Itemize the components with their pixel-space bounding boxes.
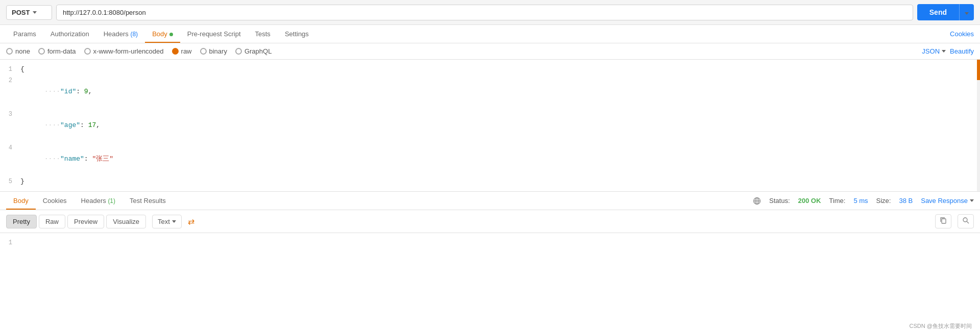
- resp-tab-test-results[interactable]: Test Results: [122, 192, 173, 210]
- globe-icon: [753, 197, 761, 205]
- tab-tests[interactable]: Tests: [248, 25, 278, 43]
- status-label: Status:: [769, 197, 790, 205]
- option-raw[interactable]: raw: [172, 47, 192, 55]
- cookies-link[interactable]: Cookies: [950, 30, 974, 38]
- tab-authorization[interactable]: Authorization: [43, 25, 96, 43]
- resp-line-num-1: 1: [0, 237, 20, 248]
- radio-graphql-icon: [235, 48, 242, 55]
- body-dot-icon: [169, 33, 173, 36]
- option-none[interactable]: none: [6, 47, 30, 55]
- top-bar: POST Send: [0, 0, 980, 25]
- resp-tab-headers[interactable]: Headers (1): [74, 192, 122, 210]
- status-value: 200 OK: [798, 197, 821, 205]
- option-form-data[interactable]: form-data: [38, 47, 76, 55]
- format-pretty-button[interactable]: Pretty: [6, 215, 37, 228]
- tab-body[interactable]: Body: [145, 25, 180, 43]
- resp-tab-body[interactable]: Body: [6, 192, 36, 210]
- scrollbar-thumb: [977, 60, 980, 80]
- search-response-button[interactable]: [958, 214, 974, 228]
- copy-icon: [940, 217, 947, 224]
- tab-headers[interactable]: Headers (8): [96, 25, 145, 43]
- tab-params[interactable]: Params: [6, 25, 43, 43]
- request-tabs-row: Params Authorization Headers (8) Body Pr…: [0, 25, 980, 43]
- radio-raw-icon: [172, 48, 179, 55]
- tabs-right: Cookies: [950, 30, 974, 38]
- option-raw-label: raw: [181, 47, 192, 55]
- option-none-label: none: [15, 47, 30, 55]
- line-content-5: }: [20, 176, 24, 187]
- editor-scrollbar[interactable]: [977, 60, 980, 191]
- svg-line-6: [967, 221, 969, 223]
- size-value: 38 B: [899, 197, 913, 205]
- time-value: 5 ms: [853, 197, 868, 205]
- option-form-data-label: form-data: [47, 47, 76, 55]
- line-content-3: ····"age": 17,: [20, 109, 100, 142]
- line-num-2: 2: [0, 75, 20, 86]
- send-dropdown-button[interactable]: [959, 4, 974, 20]
- format-visualize-button[interactable]: Visualize: [106, 215, 146, 228]
- line-num-5: 5: [0, 176, 20, 187]
- svg-point-5: [963, 218, 967, 222]
- body-options-row: none form-data x-www-form-urlencoded raw…: [0, 43, 980, 60]
- option-url-encoded[interactable]: x-www-form-urlencoded: [84, 47, 164, 55]
- editor-line-3: 3 ····"age": 17,: [0, 109, 980, 142]
- save-response-button[interactable]: Save Response: [921, 197, 974, 205]
- option-url-encoded-label: x-www-form-urlencoded: [93, 47, 164, 55]
- editor-line-4: 4 ····"name": "张三": [0, 142, 980, 176]
- text-format-chevron-icon: [172, 220, 176, 223]
- copy-response-button[interactable]: [935, 214, 951, 228]
- footer-text: CSDN @鱼技水需要时间: [910, 323, 972, 329]
- resp-line-1: 1: [0, 237, 980, 248]
- option-graphql-label: GraphQL: [244, 47, 272, 55]
- method-text: POST: [12, 9, 30, 16]
- option-graphql[interactable]: GraphQL: [235, 47, 272, 55]
- tab-prerequest[interactable]: Pre-request Script: [180, 25, 248, 43]
- editor-line-5: 5 }: [0, 176, 980, 187]
- line-num-4: 4: [0, 142, 20, 154]
- line-content-1: {: [20, 64, 24, 75]
- response-format-row: Pretty Raw Preview Visualize Text ⇄: [0, 210, 980, 233]
- editor-line-1: 1 {: [0, 64, 980, 75]
- time-label: Time:: [829, 197, 845, 205]
- line-num-3: 3: [0, 109, 20, 120]
- option-binary-label: binary: [209, 47, 227, 55]
- radio-form-data-icon: [38, 48, 45, 55]
- resp-tab-cookies[interactable]: Cookies: [36, 192, 74, 210]
- format-chevron-icon: [942, 50, 946, 53]
- url-input[interactable]: [56, 5, 913, 20]
- save-response-chevron-icon: [970, 199, 974, 202]
- send-button[interactable]: Send: [917, 4, 959, 20]
- method-dropdown-icon: [33, 11, 37, 14]
- svg-rect-4: [942, 219, 946, 223]
- code-editor[interactable]: 1 { 2 ····"id": 9, 3 ····"age": 17, 4 ··…: [0, 60, 980, 192]
- radio-url-encoded-icon: [84, 48, 91, 55]
- format-raw-button[interactable]: Raw: [39, 215, 65, 228]
- editor-line-2: 2 ····"id": 9,: [0, 75, 980, 109]
- send-btn-group: Send: [917, 4, 974, 20]
- footer: CSDN @鱼技水需要时间: [910, 320, 972, 332]
- radio-none-icon: [6, 48, 13, 55]
- save-response-label: Save Response: [921, 197, 968, 205]
- resp-headers-badge: (1): [108, 197, 115, 205]
- response-right-icons: [935, 214, 974, 228]
- format-options-right: JSON Beautify: [922, 47, 974, 55]
- text-format-label: Text: [158, 218, 170, 225]
- beautify-button[interactable]: Beautify: [950, 47, 974, 55]
- wrap-lines-icon[interactable]: ⇄: [188, 217, 194, 226]
- format-select[interactable]: JSON: [922, 47, 946, 55]
- size-label: Size:: [876, 197, 891, 205]
- format-preview-button[interactable]: Preview: [67, 215, 104, 228]
- response-status-area: Status: 200 OK Time: 5 ms Size: 38 B Sav…: [753, 197, 974, 205]
- option-binary[interactable]: binary: [200, 47, 227, 55]
- radio-binary-icon: [200, 48, 207, 55]
- line-content-4: ····"name": "张三": [20, 142, 113, 176]
- search-icon: [962, 217, 969, 224]
- send-chevron-icon: [965, 12, 969, 15]
- response-body[interactable]: 1: [0, 233, 980, 304]
- format-label: JSON: [922, 47, 940, 55]
- method-select[interactable]: POST: [6, 5, 52, 20]
- text-format-select[interactable]: Text: [152, 215, 182, 228]
- headers-badge: (8): [130, 31, 138, 38]
- tab-settings[interactable]: Settings: [278, 25, 316, 43]
- line-content-2: ····"id": 9,: [20, 75, 92, 109]
